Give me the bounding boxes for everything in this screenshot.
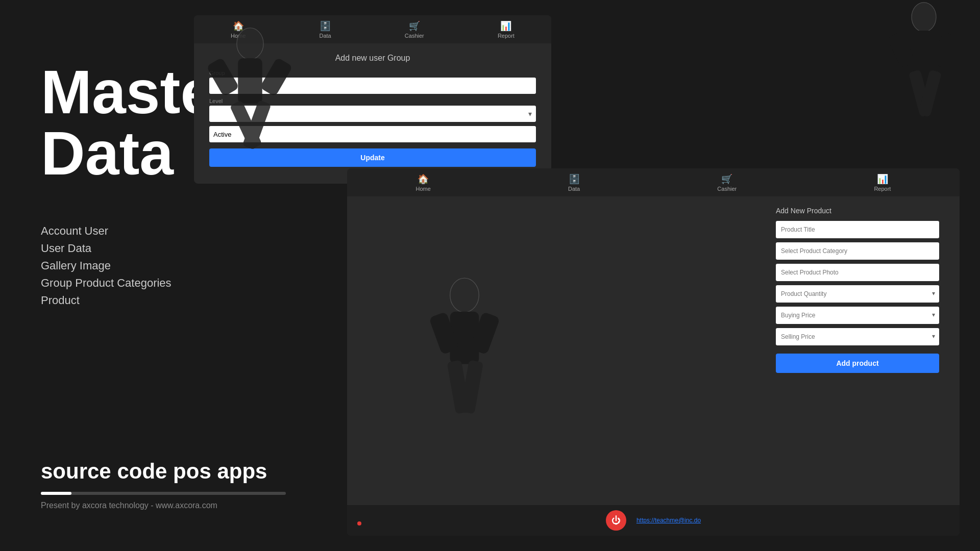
svg-rect-8 [887, 31, 916, 68]
svg-rect-7 [913, 31, 935, 73]
power-button[interactable]: ⏻ [606, 510, 626, 531]
report-label-bottom: Report [874, 186, 891, 192]
svg-rect-15 [259, 57, 292, 96]
svg-point-6 [912, 3, 936, 32]
home-icon-bottom: 🏠 [418, 173, 429, 185]
svg-point-0 [450, 278, 479, 312]
add-product-title: Add New Product [776, 207, 939, 215]
data-icon-bottom: 🗄️ [569, 173, 580, 185]
status-dot [357, 521, 361, 525]
nav-cashier-top[interactable]: 🛒 Cashier [405, 20, 424, 39]
right-panel: 🏠 Home 🗄️ Data 🛒 Cashier 📊 Report Add ne… [194, 0, 980, 551]
dancer-left-figure [189, 26, 311, 219]
website-link[interactable]: https://teachme@inc.do [636, 517, 701, 524]
cashier-label-bottom: Cashier [717, 186, 737, 192]
dropdown-icon-quantity: ▾ [932, 290, 935, 297]
svg-rect-13 [238, 58, 262, 104]
select-photo-input[interactable] [776, 264, 939, 281]
select-category-input[interactable] [776, 242, 939, 260]
cashier-icon: 🛒 [409, 20, 420, 32]
buying-price-input[interactable] [776, 307, 939, 324]
nav-report-top[interactable]: 📊 Report [498, 20, 514, 39]
cashier-label: Cashier [405, 33, 424, 39]
dancer-right-figure [868, 0, 980, 184]
product-quantity-input[interactable] [776, 285, 939, 303]
nav-data-top[interactable]: 🗄️ Data [320, 20, 331, 39]
dropdown-icon-buying: ▾ [932, 311, 935, 318]
data-label-bottom: Data [568, 186, 580, 192]
report-label: Report [498, 33, 514, 39]
dropdown-icon-level: ▾ [528, 110, 532, 118]
data-icon: 🗄️ [320, 20, 331, 32]
svg-rect-14 [206, 57, 239, 96]
quantity-container: ▾ [776, 285, 939, 307]
cashier-icon-bottom: 🛒 [721, 173, 732, 185]
add-product-button[interactable]: Add product [776, 354, 939, 373]
nav-data-bottom[interactable]: 🗄️ Data [568, 173, 580, 192]
selling-price-input[interactable] [776, 328, 939, 345]
data-label: Data [320, 33, 331, 39]
nav-cashier-bottom[interactable]: 🛒 Cashier [717, 173, 737, 192]
product-title-input[interactable] [776, 221, 939, 238]
bottom-bar: ⏻ https://teachme@inc.do [347, 505, 960, 536]
report-icon: 📊 [500, 20, 511, 32]
progress-bar-fill [41, 492, 71, 495]
dancer-bottom-figure [388, 276, 541, 505]
nav-home-bottom[interactable]: 🏠 Home [416, 173, 431, 192]
screenshot-add-product: 🏠 Home 🗄️ Data 🛒 Cashier 📊 Report Add Ne… [347, 168, 960, 536]
dropdown-icon-selling: ▾ [932, 333, 935, 340]
home-label-bottom: Home [416, 186, 431, 192]
selling-price-container: ▾ [776, 328, 939, 349]
svg-point-12 [237, 28, 263, 60]
buying-price-container: ▾ [776, 307, 939, 328]
add-product-form: Add New Product ▾ ▾ ▾ Add product [766, 196, 949, 383]
